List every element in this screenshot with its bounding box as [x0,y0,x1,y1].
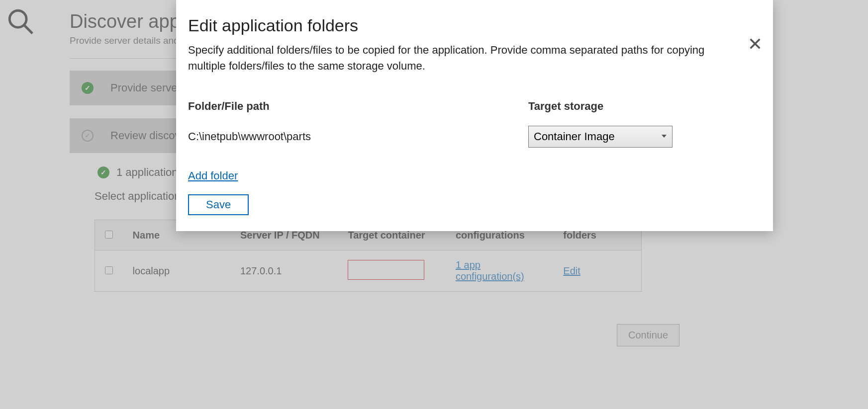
close-icon [748,37,762,51]
column-folder-path: Folder/File path [188,100,528,113]
dialog-title: Edit application folders [188,16,756,35]
modal-overlay: Edit application folders Specify additio… [0,0,868,409]
close-button[interactable] [748,37,762,53]
target-storage-select[interactable]: Container Image [528,126,673,148]
save-button[interactable]: Save [188,194,249,215]
dialog-description: Specify additional folders/files to be c… [188,42,715,74]
folder-path-value: C:\inetpub\wwwroot\parts [188,130,528,143]
column-target-storage: Target storage [528,100,603,113]
edit-folders-dialog: Edit application folders Specify additio… [176,0,773,231]
add-folder-link[interactable]: Add folder [188,169,238,182]
